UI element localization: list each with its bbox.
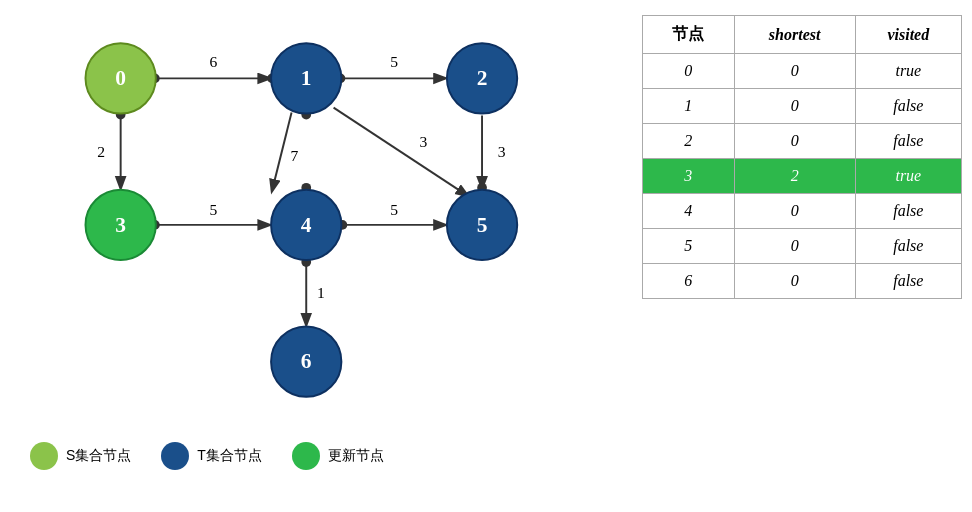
cell-shortest: 0	[734, 54, 855, 89]
node-2-label: 2	[477, 66, 488, 90]
cell-node: 5	[643, 229, 735, 264]
cell-visited: true	[855, 159, 961, 194]
table-row: 50false	[643, 229, 962, 264]
node-5-label: 5	[477, 213, 488, 237]
edge-label-1-2: 5	[390, 53, 398, 70]
node-3-label: 3	[115, 213, 126, 237]
col-header-visited: visited	[855, 16, 961, 54]
table-row: 20false	[643, 124, 962, 159]
table-header-row: 节点 shortest visited	[643, 16, 962, 54]
legend-t-circle	[161, 442, 189, 470]
cell-visited: false	[855, 124, 961, 159]
cell-node: 3	[643, 159, 735, 194]
cell-visited: true	[855, 54, 961, 89]
svg-line-3	[272, 113, 292, 191]
cell-shortest: 0	[734, 194, 855, 229]
cell-visited: false	[855, 229, 961, 264]
table-row: 10false	[643, 89, 962, 124]
table-row: 00true	[643, 54, 962, 89]
legend-s-set: S集合节点	[30, 442, 131, 470]
cell-visited: false	[855, 264, 961, 299]
cell-visited: false	[855, 89, 961, 124]
table-body: 00true10false20false32true40false50false…	[643, 54, 962, 299]
cell-visited: false	[855, 194, 961, 229]
edge-label-2-5: 3	[498, 143, 506, 160]
cell-shortest: 2	[734, 159, 855, 194]
main-container: 6 5 2 7 5 5 3 3 1	[0, 0, 972, 512]
cell-node: 1	[643, 89, 735, 124]
edge-label-1-4: 7	[291, 147, 299, 164]
node-6-label: 6	[301, 349, 312, 373]
svg-line-6	[334, 108, 468, 196]
table-row: 40false	[643, 194, 962, 229]
col-header-node: 节点	[643, 16, 735, 54]
legend-update-set: 更新节点	[292, 442, 384, 470]
edge-label-4-6: 1	[317, 284, 325, 301]
cell-shortest: 0	[734, 124, 855, 159]
edge-label-0-1: 6	[210, 53, 218, 70]
legend: S集合节点 T集合节点 更新节点	[10, 442, 622, 470]
cell-shortest: 0	[734, 264, 855, 299]
legend-t-set: T集合节点	[161, 442, 262, 470]
table-row: 60false	[643, 264, 962, 299]
graph-area: 6 5 2 7 5 5 3 3 1	[10, 10, 622, 502]
table-row: 32true	[643, 159, 962, 194]
cell-node: 2	[643, 124, 735, 159]
node-4-label: 4	[301, 213, 312, 237]
edge-label-4-5: 5	[390, 201, 398, 218]
col-header-shortest: shortest	[734, 16, 855, 54]
graph-svg: 6 5 2 7 5 5 3 3 1	[10, 10, 622, 430]
cell-node: 0	[643, 54, 735, 89]
node-0-label: 0	[115, 66, 126, 90]
cell-node: 4	[643, 194, 735, 229]
data-table: 节点 shortest visited 00true10false20false…	[642, 15, 962, 299]
cell-shortest: 0	[734, 229, 855, 264]
node-1-label: 1	[301, 66, 312, 90]
cell-shortest: 0	[734, 89, 855, 124]
cell-node: 6	[643, 264, 735, 299]
legend-update-label: 更新节点	[328, 447, 384, 465]
legend-s-label: S集合节点	[66, 447, 131, 465]
edge-label-3-4: 5	[210, 201, 218, 218]
edge-label-0-3: 2	[97, 143, 105, 160]
legend-s-circle	[30, 442, 58, 470]
edge-label-1-5: 3	[420, 133, 428, 150]
legend-update-circle	[292, 442, 320, 470]
table-area: 节点 shortest visited 00true10false20false…	[642, 10, 962, 502]
legend-t-label: T集合节点	[197, 447, 262, 465]
